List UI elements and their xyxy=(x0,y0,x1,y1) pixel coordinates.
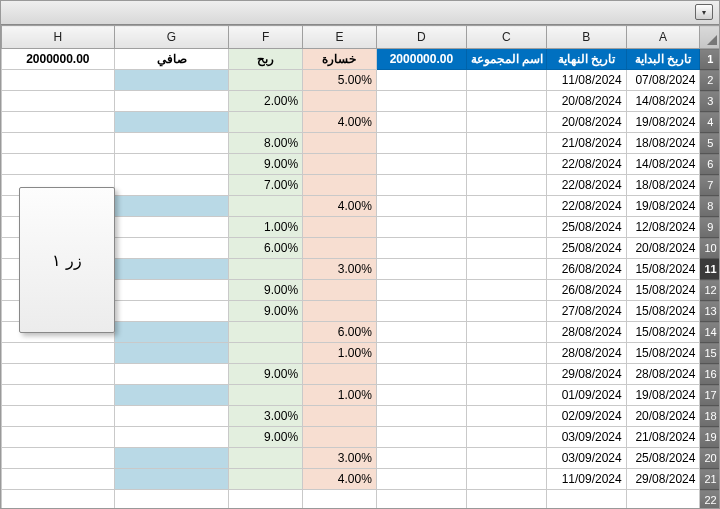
row-header-6[interactable]: 6 xyxy=(700,154,719,175)
cell-G17[interactable] xyxy=(114,385,229,406)
cell-A3[interactable]: 14/08/2024 xyxy=(626,91,700,112)
cell-D18[interactable] xyxy=(376,406,466,427)
cell-B4[interactable]: 20/08/2024 xyxy=(546,112,626,133)
cell-B13[interactable]: 27/08/2024 xyxy=(546,301,626,322)
cell-C2[interactable] xyxy=(466,70,546,91)
col-header-C[interactable]: C xyxy=(466,26,546,49)
cell-E14[interactable]: 6.00% xyxy=(303,322,377,343)
cell-C3[interactable] xyxy=(466,91,546,112)
cell-B5[interactable]: 21/08/2024 xyxy=(546,133,626,154)
cell-F12[interactable]: 9.00% xyxy=(229,280,303,301)
cell-E3[interactable] xyxy=(303,91,377,112)
cell-F4[interactable] xyxy=(229,112,303,133)
cell-G5[interactable] xyxy=(114,133,229,154)
col-header-D[interactable]: D xyxy=(376,26,466,49)
cell-B10[interactable]: 25/08/2024 xyxy=(546,238,626,259)
cell-A5[interactable]: 18/08/2024 xyxy=(626,133,700,154)
cell-B14[interactable]: 28/08/2024 xyxy=(546,322,626,343)
cell-C21[interactable] xyxy=(466,469,546,490)
cell-E13[interactable] xyxy=(303,301,377,322)
row-header-16[interactable]: 16 xyxy=(700,364,719,385)
cell-G11[interactable] xyxy=(114,259,229,280)
cell-A21[interactable]: 29/08/2024 xyxy=(626,469,700,490)
cell-D16[interactable] xyxy=(376,364,466,385)
cell-H5[interactable] xyxy=(2,133,115,154)
cell-C10[interactable] xyxy=(466,238,546,259)
cell-G18[interactable] xyxy=(114,406,229,427)
cell-B12[interactable]: 26/08/2024 xyxy=(546,280,626,301)
cell-H18[interactable] xyxy=(2,406,115,427)
cell-A11[interactable]: 15/08/2024 xyxy=(626,259,700,280)
row-header-11[interactable]: 11 xyxy=(700,259,719,280)
cell-F16[interactable]: 9.00% xyxy=(229,364,303,385)
row-header-2[interactable]: 2 xyxy=(700,70,719,91)
cell-E19[interactable] xyxy=(303,427,377,448)
cell-B17[interactable]: 01/09/2024 xyxy=(546,385,626,406)
cell-E4[interactable]: 4.00% xyxy=(303,112,377,133)
cell-F15[interactable] xyxy=(229,343,303,364)
cell-F10[interactable]: 6.00% xyxy=(229,238,303,259)
cell-B3[interactable]: 20/08/2024 xyxy=(546,91,626,112)
col-header-H[interactable]: H xyxy=(2,26,115,49)
cell-B15[interactable]: 28/08/2024 xyxy=(546,343,626,364)
cell-C17[interactable] xyxy=(466,385,546,406)
cell-A9[interactable]: 12/08/2024 xyxy=(626,217,700,238)
cell-F9[interactable]: 1.00% xyxy=(229,217,303,238)
cell-C15[interactable] xyxy=(466,343,546,364)
cell-F19[interactable]: 9.00% xyxy=(229,427,303,448)
row-header-17[interactable]: 17 xyxy=(700,385,719,406)
cell-F18[interactable]: 3.00% xyxy=(229,406,303,427)
cell-C20[interactable] xyxy=(466,448,546,469)
cell-H22[interactable] xyxy=(2,490,115,509)
cell-F7[interactable]: 7.00% xyxy=(229,175,303,196)
cell-A7[interactable]: 18/08/2024 xyxy=(626,175,700,196)
cell-E9[interactable] xyxy=(303,217,377,238)
cell-G2[interactable] xyxy=(114,70,229,91)
cell-C14[interactable] xyxy=(466,322,546,343)
cell-E11[interactable]: 3.00% xyxy=(303,259,377,280)
cell-G10[interactable] xyxy=(114,238,229,259)
cell-D6[interactable] xyxy=(376,154,466,175)
cell-A2[interactable]: 07/08/2024 xyxy=(626,70,700,91)
cell-G19[interactable] xyxy=(114,427,229,448)
row-header-15[interactable]: 15 xyxy=(700,343,719,364)
row-header-21[interactable]: 21 xyxy=(700,469,719,490)
col-header-B[interactable]: B xyxy=(546,26,626,49)
row-header-22[interactable]: 22 xyxy=(700,490,719,509)
cell-D21[interactable] xyxy=(376,469,466,490)
cell-H6[interactable] xyxy=(2,154,115,175)
cell-G15[interactable] xyxy=(114,343,229,364)
row-header-13[interactable]: 13 xyxy=(700,301,719,322)
cell-C7[interactable] xyxy=(466,175,546,196)
cell-H2[interactable] xyxy=(2,70,115,91)
cell-F22[interactable] xyxy=(229,490,303,509)
cell-D15[interactable] xyxy=(376,343,466,364)
cell-C22[interactable] xyxy=(466,490,546,509)
cell-D5[interactable] xyxy=(376,133,466,154)
cell-B8[interactable]: 22/08/2024 xyxy=(546,196,626,217)
cell-G3[interactable] xyxy=(114,91,229,112)
cell-B6[interactable]: 22/08/2024 xyxy=(546,154,626,175)
cell-E1[interactable]: خسارة xyxy=(303,49,377,70)
cell-G12[interactable] xyxy=(114,280,229,301)
cell-F14[interactable] xyxy=(229,322,303,343)
cell-A14[interactable]: 15/08/2024 xyxy=(626,322,700,343)
row-header-4[interactable]: 4 xyxy=(700,112,719,133)
cell-B9[interactable]: 25/08/2024 xyxy=(546,217,626,238)
cell-D8[interactable] xyxy=(376,196,466,217)
col-header-E[interactable]: E xyxy=(303,26,377,49)
cell-A4[interactable]: 19/08/2024 xyxy=(626,112,700,133)
cell-B20[interactable]: 03/09/2024 xyxy=(546,448,626,469)
cell-C13[interactable] xyxy=(466,301,546,322)
col-header-G[interactable]: G xyxy=(114,26,229,49)
cell-B7[interactable]: 22/08/2024 xyxy=(546,175,626,196)
cell-H4[interactable] xyxy=(2,112,115,133)
cell-B22[interactable] xyxy=(546,490,626,509)
cell-E6[interactable] xyxy=(303,154,377,175)
cell-E17[interactable]: 1.00% xyxy=(303,385,377,406)
cell-D2[interactable] xyxy=(376,70,466,91)
cell-F17[interactable] xyxy=(229,385,303,406)
cell-H16[interactable] xyxy=(2,364,115,385)
cell-B18[interactable]: 02/09/2024 xyxy=(546,406,626,427)
cell-G16[interactable] xyxy=(114,364,229,385)
